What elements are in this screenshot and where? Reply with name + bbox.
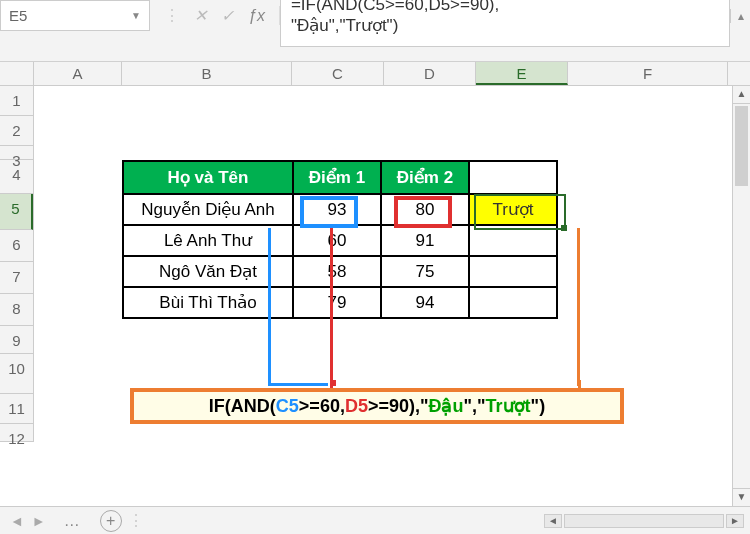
divider-icon: ⋮ bbox=[122, 511, 150, 530]
sheet-nav: ◄ ► bbox=[0, 513, 56, 529]
explain-suffix: ") bbox=[531, 396, 546, 417]
explain-dau: Đậu bbox=[429, 395, 464, 417]
cell-result[interactable]: Trượt bbox=[469, 194, 557, 225]
explain-d5: D5 bbox=[345, 396, 368, 417]
scroll-right-icon[interactable]: ► bbox=[726, 514, 744, 528]
connector-orange-tail bbox=[578, 380, 581, 388]
table-row: Ngô Văn Đạt 58 75 bbox=[123, 256, 557, 287]
explain-mid1: >=60, bbox=[299, 396, 345, 417]
formula-text-line1: =IF(AND(C5>=60,D5>=90), bbox=[291, 0, 719, 15]
header-score2[interactable]: Điểm 2 bbox=[381, 161, 469, 194]
formula-bar: E5 ▼ ⋮ ✕ ✓ ƒx =IF(AND(C5>=60,D5>=90), "Đ… bbox=[0, 0, 750, 62]
sheet-dots[interactable]: … bbox=[56, 512, 88, 530]
sheet-next-icon[interactable]: ► bbox=[32, 513, 46, 529]
column-headers: A B C D E F bbox=[0, 62, 750, 86]
cells-area[interactable]: Họ và Tên Điểm 1 Điểm 2 Kết quả Nguyễn D… bbox=[34, 86, 750, 442]
cell-name[interactable]: Ngô Văn Đạt bbox=[123, 256, 293, 287]
header-result[interactable]: Kết quả bbox=[469, 161, 557, 194]
vertical-scrollbar[interactable]: ▲ ▼ bbox=[732, 86, 750, 506]
col-header-E[interactable]: E bbox=[476, 62, 568, 85]
header-name[interactable]: Họ và Tên bbox=[123, 161, 293, 194]
table-row: Nguyễn Diệu Anh 93 80 Trượt bbox=[123, 194, 557, 225]
scroll-thumb[interactable] bbox=[735, 106, 748, 186]
name-box[interactable]: E5 ▼ bbox=[0, 0, 150, 31]
col-header-F[interactable]: F bbox=[568, 62, 728, 85]
row-header-9[interactable]: 9 bbox=[0, 326, 33, 354]
cell-result[interactable] bbox=[469, 256, 557, 287]
cell-result[interactable] bbox=[469, 287, 557, 318]
cell-score2[interactable]: 80 bbox=[381, 194, 469, 225]
cell-name[interactable]: Nguyễn Diệu Anh bbox=[123, 194, 293, 225]
cell-score1[interactable]: 79 bbox=[293, 287, 381, 318]
divider-icon: ⋮ bbox=[164, 6, 180, 25]
cell-score1[interactable]: 60 bbox=[293, 225, 381, 256]
col-header-A[interactable]: A bbox=[34, 62, 122, 85]
hscroll-track[interactable] bbox=[564, 514, 724, 528]
row-header-1[interactable]: 1 bbox=[0, 86, 33, 116]
cell-score1[interactable]: 93 bbox=[293, 194, 381, 225]
scroll-up-icon[interactable]: ▲ bbox=[733, 86, 750, 104]
formula-explain-box: IF(AND( C5 >=60, D5 >=90)," Đậu "," Trượ… bbox=[130, 388, 624, 424]
connector-red-tail bbox=[330, 380, 333, 388]
row-headers: 1 2 3 4 5 6 7 8 9 10 11 12 bbox=[0, 86, 34, 442]
row-header-7[interactable]: 7 bbox=[0, 262, 33, 294]
row-header-8[interactable]: 8 bbox=[0, 294, 33, 326]
cell-score1[interactable]: 58 bbox=[293, 256, 381, 287]
col-header-B[interactable]: B bbox=[122, 62, 292, 85]
accept-icon[interactable]: ✓ bbox=[221, 6, 234, 25]
row-header-3[interactable]: 3 bbox=[0, 146, 33, 160]
col-header-D[interactable]: D bbox=[384, 62, 476, 85]
row-header-6[interactable]: 6 bbox=[0, 230, 33, 262]
add-sheet-icon[interactable]: + bbox=[100, 510, 122, 532]
explain-mid3: "," bbox=[464, 396, 486, 417]
formula-bar-buttons: ⋮ ✕ ✓ ƒx bbox=[150, 6, 280, 25]
table-header-row: Họ và Tên Điểm 1 Điểm 2 Kết quả bbox=[123, 161, 557, 194]
horizontal-scrollbar[interactable]: ◄ ► bbox=[150, 514, 750, 528]
formula-input[interactable]: =IF(AND(C5>=60,D5>=90), "Đậu","Trượt") bbox=[280, 0, 730, 47]
scroll-down-icon[interactable]: ▼ bbox=[733, 488, 750, 506]
name-box-value: E5 bbox=[9, 7, 131, 24]
explain-prefix: IF(AND( bbox=[209, 396, 276, 417]
row-header-10[interactable]: 10 bbox=[0, 354, 33, 394]
sheet-prev-icon[interactable]: ◄ bbox=[10, 513, 24, 529]
cell-result[interactable] bbox=[469, 225, 557, 256]
spreadsheet-grid: 1 2 3 4 5 6 7 8 9 10 11 12 Họ và Tên Điể… bbox=[0, 86, 750, 442]
formula-text-line2: "Đậu","Trượt") bbox=[291, 15, 719, 36]
explain-mid2: >=90)," bbox=[368, 396, 429, 417]
fx-icon[interactable]: ƒx bbox=[248, 7, 265, 25]
chevron-down-icon[interactable]: ▼ bbox=[131, 10, 141, 21]
row-header-2[interactable]: 2 bbox=[0, 116, 33, 146]
row-header-4[interactable]: 4 bbox=[0, 160, 33, 194]
cancel-icon[interactable]: ✕ bbox=[194, 6, 207, 25]
table-row: Lê Anh Thư 60 91 bbox=[123, 225, 557, 256]
row-header-12[interactable]: 12 bbox=[0, 424, 33, 442]
row-header-5[interactable]: 5 bbox=[0, 194, 33, 230]
select-all-corner[interactable] bbox=[0, 62, 34, 85]
data-table: Họ và Tên Điểm 1 Điểm 2 Kết quả Nguyễn D… bbox=[122, 160, 558, 319]
scroll-left-icon[interactable]: ◄ bbox=[544, 514, 562, 528]
table-row: Bùi Thì Thảo 79 94 bbox=[123, 287, 557, 318]
explain-truot: Trượt bbox=[486, 395, 531, 417]
fill-handle[interactable] bbox=[561, 225, 567, 231]
row-header-11[interactable]: 11 bbox=[0, 394, 33, 424]
explain-c5: C5 bbox=[276, 396, 299, 417]
cell-score2[interactable]: 75 bbox=[381, 256, 469, 287]
formula-expand-icon[interactable]: ▴ bbox=[730, 9, 750, 23]
cell-name[interactable]: Lê Anh Thư bbox=[123, 225, 293, 256]
cell-score2[interactable]: 94 bbox=[381, 287, 469, 318]
header-score1[interactable]: Điểm 1 bbox=[293, 161, 381, 194]
cell-score2[interactable]: 91 bbox=[381, 225, 469, 256]
sheet-tab-bar: ◄ ► … + ⋮ ◄ ► bbox=[0, 506, 750, 534]
col-header-C[interactable]: C bbox=[292, 62, 384, 85]
cell-name[interactable]: Bùi Thì Thảo bbox=[123, 287, 293, 318]
